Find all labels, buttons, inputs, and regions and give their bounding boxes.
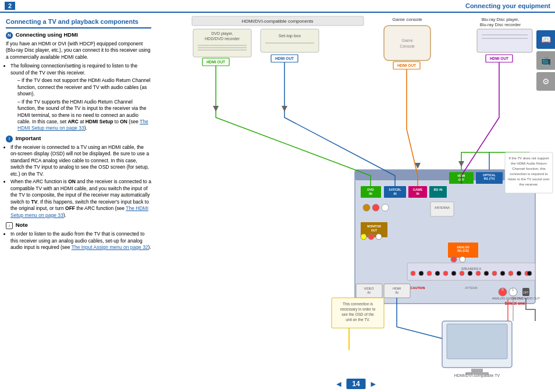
note-title: ♪ Note [6, 222, 151, 229]
svg-text:ANTENNA: ANTENNA [435, 206, 450, 209]
important-title: ! Important [6, 135, 151, 142]
svg-point-67 [451, 271, 456, 276]
connection-diagram: HDMI/DVI-compatible components Game cons… [157, 13, 555, 392]
hdmi-dvi-label: HDMI/DVI-compatible components [241, 19, 313, 24]
svg-text:IN1 (TV): IN1 (TV) [484, 177, 495, 180]
svg-text:If the TV does not support: If the TV does not support [509, 156, 549, 160]
svg-point-71 [484, 271, 489, 276]
svg-text:Channel function, this: Channel function, this [512, 167, 546, 170]
svg-point-70 [476, 271, 481, 276]
svg-point-68 [460, 271, 464, 276]
header-title: Connecting your equipment [465, 2, 550, 9]
svg-text:Set-top box: Set-top box [279, 33, 301, 38]
svg-text:IN: IN [369, 192, 372, 195]
svg-rect-96 [447, 324, 507, 359]
svg-point-48 [368, 234, 374, 240]
dash-1: If the TV does not support the HDMI Audi… [17, 77, 151, 97]
svg-text:HDMI: HDMI [393, 287, 401, 290]
svg-text:HDMI/DVI-compatible TV: HDMI/DVI-compatible TV [454, 373, 500, 378]
right-diagram-panel: HDMI/DVI-compatible components Game cons… [157, 13, 555, 392]
svg-text:listen to the TV sound over: listen to the TV sound over [508, 177, 549, 181]
svg-text:HDMI OUT: HDMI OUT [490, 56, 508, 60]
settings-icon[interactable]: ⚙ [536, 72, 555, 91]
svg-text:the receiver.: the receiver. [520, 183, 539, 186]
svg-point-57 [382, 204, 389, 211]
important-box: ! Important If the receiver is connected… [6, 135, 151, 219]
note-box: ♪ Note In order to listen to the audio f… [6, 222, 151, 251]
hdmi-subtitle: N Connecting using HDMI [6, 31, 151, 39]
svg-point-66 [443, 271, 448, 276]
svg-text:GAME: GAME [413, 188, 423, 191]
svg-text:ATTENS: ATTENS [465, 286, 478, 290]
svg-text:OUT: OUT [371, 229, 378, 232]
svg-text:DVD player,: DVD player, [211, 31, 233, 36]
svg-marker-113 [282, 106, 287, 112]
prev-page-button[interactable]: ◄ [335, 379, 343, 389]
left-text-panel: Connecting a TV and playback components … [0, 13, 157, 392]
note-icon: N [6, 32, 13, 39]
svg-point-73 [500, 271, 505, 276]
svg-text:IN: IN [416, 192, 419, 195]
svg-point-47 [361, 234, 367, 240]
main-content: Connecting a TV and playback components … [0, 13, 555, 392]
important-bullet-1: If the receiver is connected to a TV usi… [10, 144, 151, 177]
book-icon[interactable]: 📖 [536, 30, 555, 49]
important-bullet-2: When the ARC function is ON and the rece… [10, 179, 151, 219]
important-icon: ! [6, 136, 13, 142]
svg-marker-112 [213, 106, 219, 112]
svg-marker-115 [458, 161, 464, 167]
current-page-number: 14 [346, 379, 365, 389]
svg-text:This connection is: This connection is [343, 302, 373, 306]
hdmi-bullets: The following connection/setting is requ… [6, 63, 151, 132]
svg-point-53 [451, 256, 457, 262]
svg-rect-8 [261, 29, 319, 52]
svg-text:necessary in order to: necessary in order to [340, 307, 376, 312]
svg-text:DVD: DVD [367, 188, 374, 191]
svg-text:Console: Console [400, 44, 415, 48]
svg-point-75 [517, 271, 521, 276]
svg-text:HDMI OUT: HDMI OUT [397, 63, 416, 67]
svg-text:SPEAKERS A: SPEAKERS A [461, 267, 482, 270]
svg-text:R: R [501, 288, 504, 291]
svg-rect-97 [471, 369, 483, 372]
svg-text:IN: IN [395, 291, 399, 294]
game-console-label: Game console [392, 17, 422, 22]
page-number: 2 [5, 2, 15, 10]
svg-point-65 [435, 271, 440, 276]
svg-point-62 [411, 271, 415, 276]
svg-text:the HDMI Audio Return: the HDMI Audio Return [511, 162, 547, 165]
next-page-button[interactable]: ► [369, 379, 378, 389]
svg-text:see the OSD of the: see the OSD of the [341, 312, 374, 316]
svg-point-55 [363, 204, 370, 211]
svg-text:connection is required to: connection is required to [510, 172, 548, 176]
svg-text:OPT: OPT [523, 291, 529, 294]
svg-text:IN1 (CD): IN1 (CD) [457, 249, 469, 252]
side-icons: 📖 📺 ⚙ [536, 30, 555, 91]
bluray-label: Blu-ray Disc player, [482, 17, 520, 22]
svg-text:L: L [513, 288, 514, 291]
note-bullet-1: In order to listen to the audio from the… [10, 231, 151, 251]
hdmi-intro: If you have an HDMI or DVI (with HDCP) e… [6, 41, 151, 60]
svg-text:IN: IN [394, 192, 397, 195]
section-title: Connecting a TV and playback components [6, 17, 151, 28]
svg-point-49 [376, 234, 382, 240]
svg-rect-14 [477, 29, 532, 52]
svg-text:CAUTION: CAUTION [410, 286, 425, 290]
svg-point-56 [372, 204, 379, 211]
link1[interactable]: The HDMI Setup menu on page 33 [17, 119, 148, 131]
tv-icon[interactable]: 📺 [536, 51, 555, 70]
svg-point-69 [468, 271, 472, 276]
svg-point-72 [492, 271, 497, 276]
svg-text:VIDEO: VIDEO [364, 287, 374, 290]
svg-text:IN: IN [367, 291, 371, 294]
link3[interactable]: The Input Assign menu on page 32 [72, 244, 148, 250]
link2[interactable]: The HDMI Setup menu on page 33 [10, 205, 148, 218]
bullet-1: The following connection/setting is requ… [10, 63, 151, 76]
svg-point-74 [508, 271, 513, 276]
dash-2: If the TV supports the HDMI Audio Return… [17, 99, 151, 132]
svg-text:Blu-ray Disc recorder: Blu-ray Disc recorder [480, 22, 521, 27]
svg-point-54 [460, 256, 465, 262]
svg-text:MONITOR: MONITOR [367, 224, 381, 228]
svg-point-63 [419, 271, 424, 276]
svg-rect-11 [384, 26, 431, 60]
